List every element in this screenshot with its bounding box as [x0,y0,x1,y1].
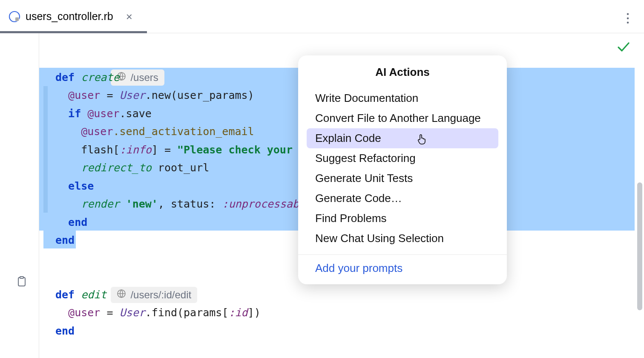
route-path: /users/:id/edit [130,286,191,304]
ai-action-suggest-refactoring[interactable]: Suggest Refactoring [307,148,498,168]
ai-action-find-problems[interactable]: Find Problems [307,208,498,228]
tab-filename: users_controller.rb [26,10,113,23]
close-tab-icon[interactable]: × [126,11,132,22]
ai-actions-popup: AI Actions Write Documentation Convert F… [298,55,507,284]
popup-title: AI Actions [298,55,507,88]
ruby-file-icon [9,11,20,23]
tab-overflow-icon[interactable] [627,13,629,26]
ai-action-write-documentation[interactable]: Write Documentation [307,88,498,108]
ai-action-new-chat[interactable]: New Chat Using Selection [307,228,498,248]
pointer-cursor-icon [417,133,427,147]
clipboard-icon[interactable] [17,276,26,289]
ai-action-explain-code[interactable]: Explain Code [307,128,498,148]
globe-icon [117,286,126,304]
svg-point-3 [627,17,629,20]
ai-action-convert-file[interactable]: Convert File to Another Language [307,108,498,128]
popup-item-list: Write Documentation Convert File to Anot… [298,88,507,254]
route-path: /users [130,69,158,87]
editor-tab[interactable]: users_controller.rb × [0,0,141,33]
svg-rect-6 [20,277,23,278]
tab-bar: users_controller.rb × [0,0,644,33]
ai-action-generate-unit-tests[interactable]: Generate Unit Tests [307,168,498,188]
add-your-prompts-link[interactable]: Add your prompts [298,255,507,284]
gutter [0,33,39,358]
ai-action-generate-code[interactable]: Generate Code… [307,188,498,208]
svg-point-4 [627,22,629,24]
route-badge[interactable]: /users/:id/edit [111,287,197,303]
svg-point-2 [627,13,629,15]
